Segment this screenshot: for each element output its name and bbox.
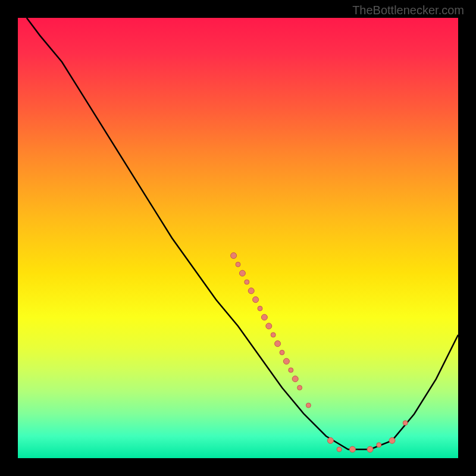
data-point	[306, 403, 311, 408]
data-point	[337, 447, 342, 452]
watermark-text: TheBottlenecker.com	[352, 4, 464, 17]
data-point	[239, 270, 245, 276]
data-point	[258, 306, 262, 311]
data-point	[349, 446, 355, 452]
data-point	[231, 253, 237, 259]
data-point	[271, 333, 275, 337]
bottleneck-curve	[27, 18, 458, 449]
data-point	[283, 358, 289, 364]
data-point	[377, 443, 381, 447]
data-point	[403, 421, 408, 425]
data-point	[389, 437, 395, 443]
data-point	[367, 446, 373, 452]
data-point	[280, 350, 284, 355]
data-point	[245, 280, 249, 284]
data-point	[253, 297, 259, 303]
data-point	[236, 262, 240, 267]
data-point	[289, 368, 293, 372]
data-point	[261, 314, 267, 320]
data-point	[275, 341, 281, 347]
data-point	[298, 386, 302, 390]
plot-area	[18, 18, 458, 458]
data-point	[266, 323, 272, 329]
data-point	[327, 437, 333, 443]
data-point	[248, 288, 254, 294]
chart-container: TheBottlenecker.com	[0, 0, 476, 476]
chart-svg	[18, 18, 458, 458]
data-point	[292, 376, 298, 382]
